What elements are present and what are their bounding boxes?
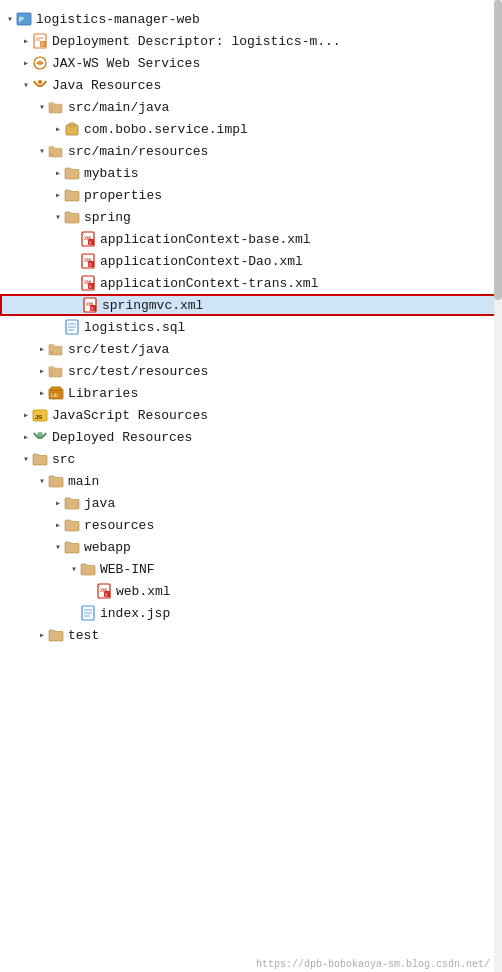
tree-item-23[interactable]: resources (0, 514, 502, 536)
tree-item-24[interactable]: webapp (0, 536, 502, 558)
tree-item-12[interactable]: XML X applicationContext-trans.xml (0, 272, 502, 294)
src-icon: ☕ (48, 99, 64, 115)
tree-item-18[interactable]: JS JavaScript Resources (0, 404, 502, 426)
tree-arrow[interactable] (4, 13, 16, 25)
deployed-icon (32, 429, 48, 445)
library-icon: Lib (48, 385, 64, 401)
tree-item-19[interactable]: Deployed Resources (0, 426, 502, 448)
tree-arrow[interactable] (52, 519, 64, 531)
tree-arrow[interactable] (20, 431, 32, 443)
folder-icon (64, 517, 80, 533)
scrollbar-thumb[interactable] (494, 0, 502, 300)
tree-item-label: logistics-manager-web (36, 12, 494, 27)
scrollbar[interactable] (494, 0, 502, 972)
tree-arrow[interactable] (52, 211, 64, 223)
tree-item-label: webapp (84, 540, 494, 555)
tree-item-label: Deployment Descriptor: logistics-m... (52, 34, 494, 49)
svg-text:JS: JS (35, 414, 42, 420)
tree-arrow[interactable] (52, 167, 64, 179)
file-tree: P logistics-manager-web D Deployment Des… (0, 0, 502, 654)
xml-icon: XML X (82, 297, 98, 313)
tree-arrow[interactable] (36, 101, 48, 113)
svg-text:P: P (19, 16, 24, 23)
project-icon: P (16, 11, 32, 27)
descriptor-icon: D (32, 33, 48, 49)
tree-item-label: Deployed Resources (52, 430, 494, 445)
tree-arrow[interactable] (52, 541, 64, 553)
tree-item-9[interactable]: spring (0, 206, 502, 228)
tree-arrow[interactable] (20, 57, 32, 69)
svg-text:☕: ☕ (51, 151, 54, 156)
package-icon (64, 121, 80, 137)
tree-item-2[interactable]: JAX-WS Web Services (0, 52, 502, 74)
tree-arrow[interactable] (68, 563, 80, 575)
tree-item-4[interactable]: ☕ src/main/java (0, 96, 502, 118)
tree-item-label: springmvc.xml (102, 298, 492, 313)
watermark-text: https://dpb-bobokaoya-sm.blog.csdn.net/ (256, 959, 490, 970)
tree-item-17[interactable]: Lib Libraries (0, 382, 502, 404)
tree-item-label: main (68, 474, 494, 489)
tree-arrow[interactable] (20, 453, 32, 465)
xml-icon: XML X (96, 583, 112, 599)
tree-item-label: applicationContext-Dao.xml (100, 254, 494, 269)
tree-item-6[interactable]: ☕ src/main/resources (0, 140, 502, 162)
tree-item-27[interactable]: index.jsp (0, 602, 502, 624)
tree-item-10[interactable]: XML X applicationContext-base.xml (0, 228, 502, 250)
tree-item-20[interactable]: src (0, 448, 502, 470)
tree-arrow[interactable] (20, 35, 32, 47)
tree-item-label: applicationContext-base.xml (100, 232, 494, 247)
tree-item-16[interactable]: ☕ src/test/resources (0, 360, 502, 382)
tree-item-label: web.xml (116, 584, 494, 599)
folder-icon (48, 627, 64, 643)
src-icon: ☕ (48, 143, 64, 159)
tree-arrow[interactable] (52, 497, 64, 509)
xml-icon: XML X (80, 231, 96, 247)
tree-item-0[interactable]: P logistics-manager-web (0, 8, 502, 30)
tree-item-label: JAX-WS Web Services (52, 56, 494, 71)
tree-item-label: src (52, 452, 494, 467)
tree-arrow[interactable] (36, 629, 48, 641)
tree-item-22[interactable]: java (0, 492, 502, 514)
tree-item-5[interactable]: com.bobo.service.impl (0, 118, 502, 140)
tree-item-label: index.jsp (100, 606, 494, 621)
tree-arrow[interactable] (36, 387, 48, 399)
folder-icon (32, 451, 48, 467)
tree-item-label: spring (84, 210, 494, 225)
tree-item-label: test (68, 628, 494, 643)
tree-item-26[interactable]: XML X web.xml (0, 580, 502, 602)
tree-arrow[interactable] (52, 123, 64, 135)
tree-item-label: src/main/java (68, 100, 494, 115)
tree-item-7[interactable]: mybatis (0, 162, 502, 184)
tree-item-label: mybatis (84, 166, 494, 181)
svg-text:Lib: Lib (51, 392, 58, 398)
xml-icon: XML X (80, 253, 96, 269)
tree-arrow[interactable] (20, 409, 32, 421)
tree-arrow[interactable] (36, 475, 48, 487)
tree-arrow[interactable] (36, 343, 48, 355)
tree-item-28[interactable]: test (0, 624, 502, 646)
tree-arrow[interactable] (36, 365, 48, 377)
tree-item-label: logistics.sql (84, 320, 494, 335)
tree-item-25[interactable]: WEB-INF (0, 558, 502, 580)
tree-item-13[interactable]: XML X springmvc.xml (0, 294, 502, 316)
tree-item-label: JavaScript Resources (52, 408, 494, 423)
tree-arrow[interactable] (20, 79, 32, 91)
folder-icon (48, 473, 64, 489)
tree-arrow[interactable] (52, 189, 64, 201)
tree-item-label: src/test/resources (68, 364, 494, 379)
tree-item-15[interactable]: ☕ src/test/java (0, 338, 502, 360)
svg-rect-37 (51, 387, 61, 390)
tree-item-label: Libraries (68, 386, 494, 401)
tree-item-14[interactable]: logistics.sql (0, 316, 502, 338)
tree-item-3[interactable]: Java Resources (0, 74, 502, 96)
src-icon: ☕ (48, 341, 64, 357)
tree-item-21[interactable]: main (0, 470, 502, 492)
tree-item-8[interactable]: properties (0, 184, 502, 206)
tree-item-1[interactable]: D Deployment Descriptor: logistics-m... (0, 30, 502, 52)
tree-item-label: com.bobo.service.impl (84, 122, 494, 137)
tree-item-11[interactable]: XML X applicationContext-Dao.xml (0, 250, 502, 272)
ws-icon (32, 55, 48, 71)
tree-arrow[interactable] (36, 145, 48, 157)
folder-icon (64, 209, 80, 225)
folder-icon (64, 539, 80, 555)
